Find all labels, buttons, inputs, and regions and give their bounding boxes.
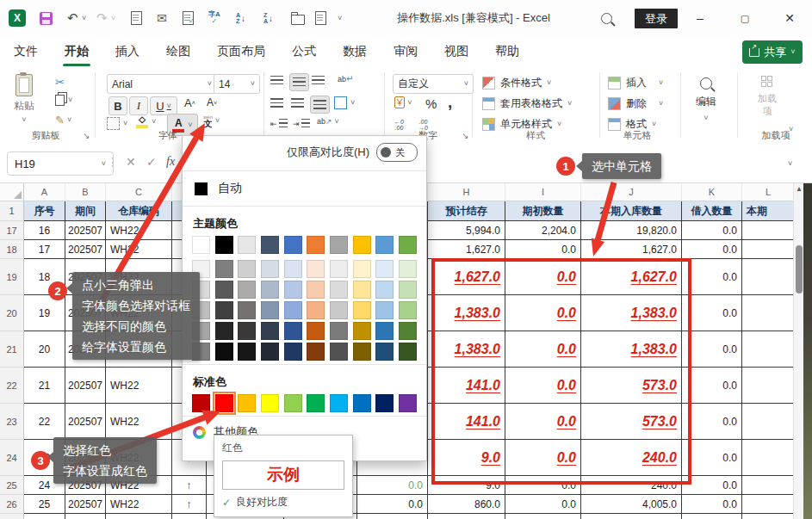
excel-logo-icon[interactable]: X xyxy=(9,9,26,27)
cell[interactable] xyxy=(742,495,795,514)
color-swatch[interactable] xyxy=(261,322,279,340)
header-cell[interactable]: 序号 xyxy=(24,201,65,221)
standard-color-swatch[interactable] xyxy=(238,394,256,412)
cell[interactable]: 25 xyxy=(24,495,65,514)
sort-ascending-icon[interactable]: AZ↓ xyxy=(236,9,250,27)
cell[interactable]: 202507 xyxy=(65,368,106,404)
theme-color-swatch[interactable] xyxy=(238,236,256,254)
cell[interactable]: 22 xyxy=(24,404,65,440)
row-header[interactable]: 17 xyxy=(0,221,24,240)
cell[interactable]: 16 xyxy=(24,221,65,240)
standard-color-swatch[interactable] xyxy=(307,394,325,412)
cell[interactable]: 1,325.0 xyxy=(581,514,682,519)
cell[interactable]: 202507 xyxy=(65,404,106,440)
underline-button[interactable]: U˅ xyxy=(150,96,177,115)
color-swatch[interactable] xyxy=(330,281,348,299)
cell[interactable]: 202507 xyxy=(65,221,106,240)
insert-cells-button[interactable]: 插入˅ xyxy=(608,76,663,90)
standard-color-swatch[interactable] xyxy=(353,394,371,412)
font-size-select[interactable]: 14˅ xyxy=(214,74,260,94)
share-button[interactable]: 共享 ˅ xyxy=(742,40,803,64)
cell[interactable]: 26 xyxy=(24,514,65,519)
color-swatch[interactable] xyxy=(330,322,348,340)
print-preview-icon[interactable] xyxy=(131,9,142,27)
cell[interactable]: 0.0 xyxy=(682,495,742,514)
decrease-font-button[interactable]: A˅ xyxy=(207,96,217,108)
cell[interactable] xyxy=(742,331,795,368)
standard-color-swatch[interactable] xyxy=(215,394,233,412)
header-cell[interactable]: 本期入库数量 xyxy=(581,201,682,221)
enter-icon[interactable]: ✓ xyxy=(146,155,157,169)
standard-color-swatch[interactable] xyxy=(330,394,348,412)
color-swatch[interactable] xyxy=(307,343,325,361)
cell[interactable]: 21 xyxy=(24,368,65,404)
standard-color-swatch[interactable] xyxy=(284,394,302,412)
quick-print-icon[interactable]: ✓ xyxy=(183,9,194,27)
increase-indent-button[interactable]: ⇥ xyxy=(293,119,310,128)
cancel-icon[interactable]: ✕ xyxy=(126,155,136,169)
color-swatch[interactable] xyxy=(375,301,394,319)
number-format-select[interactable]: 自定义˅ xyxy=(393,74,474,94)
color-swatch[interactable] xyxy=(284,301,302,319)
theme-color-swatch[interactable] xyxy=(192,236,210,254)
collapse-ribbon-chevron-icon[interactable]: ˅ xyxy=(789,126,793,133)
cell[interactable]: 202507 xyxy=(65,240,106,259)
italic-button[interactable]: I xyxy=(129,96,148,115)
cell[interactable] xyxy=(742,259,795,295)
cell[interactable]: WH22 xyxy=(106,495,172,514)
color-swatch[interactable] xyxy=(353,301,371,319)
color-swatch[interactable] xyxy=(399,322,417,340)
undo-chevron-icon[interactable]: ˅ xyxy=(82,9,86,27)
column-header-B[interactable]: B xyxy=(65,183,106,201)
cell[interactable] xyxy=(742,476,795,495)
row-header[interactable]: 26 xyxy=(0,495,24,514)
number-dialog-launcher-icon[interactable]: ↘ xyxy=(462,131,468,140)
tab-页面布局[interactable]: 页面布局 xyxy=(215,44,267,59)
tab-视图[interactable]: 视图 xyxy=(443,44,470,59)
merge-center-button[interactable]: ˅ xyxy=(334,96,355,109)
format-painter-icon[interactable]: ✎˅ xyxy=(55,114,71,127)
color-swatch[interactable] xyxy=(215,343,233,361)
color-swatch[interactable] xyxy=(399,301,417,319)
theme-color-swatch[interactable] xyxy=(330,236,348,254)
header-cell[interactable]: 仓库编码 xyxy=(106,201,172,221)
accounting-format-button[interactable]: ¥˅ xyxy=(394,96,412,108)
color-swatch[interactable] xyxy=(284,260,302,278)
middle-align-button[interactable] xyxy=(289,73,309,91)
column-header-L[interactable]: L xyxy=(742,183,795,201)
select-all-corner[interactable] xyxy=(0,183,24,201)
cell[interactable]: 202507 xyxy=(65,514,106,519)
color-swatch[interactable] xyxy=(284,343,302,361)
tab-审阅[interactable]: 审阅 xyxy=(392,44,419,59)
color-swatch[interactable] xyxy=(215,281,233,299)
cell[interactable]: 0.0 xyxy=(357,514,428,519)
save-icon[interactable] xyxy=(40,9,53,27)
standard-color-swatch[interactable] xyxy=(399,394,417,412)
cell[interactable]: WH22 xyxy=(106,240,172,259)
cell[interactable]: ↑ xyxy=(172,476,207,495)
minimize-button[interactable]: – xyxy=(687,7,713,29)
cell[interactable]: 1,627.0 xyxy=(428,240,505,259)
color-swatch[interactable] xyxy=(238,343,256,361)
theme-color-swatch[interactable] xyxy=(215,236,233,254)
cell[interactable]: 0.0 xyxy=(682,221,742,240)
column-header-J[interactable]: J xyxy=(581,183,682,201)
color-swatch[interactable] xyxy=(238,301,256,319)
row-header[interactable]: 23 xyxy=(0,404,24,440)
borders-button[interactable]: ˅ xyxy=(107,117,127,130)
cell[interactable]: 19 xyxy=(24,295,65,331)
theme-color-swatch[interactable] xyxy=(353,236,371,254)
comma-style-button[interactable]: , xyxy=(448,93,452,112)
cell[interactable]: 202507 xyxy=(65,495,106,514)
cell[interactable] xyxy=(742,440,795,476)
standard-color-swatch[interactable] xyxy=(375,394,394,412)
redo-icon[interactable]: ↷ xyxy=(96,9,108,27)
color-swatch[interactable] xyxy=(307,322,325,340)
row-header[interactable]: 1 xyxy=(0,201,24,221)
decrease-indent-button[interactable]: ⇤ xyxy=(270,119,288,128)
clipboard-dialog-launcher-icon[interactable]: ↘ xyxy=(83,131,90,140)
color-swatch[interactable] xyxy=(353,343,371,361)
row-header[interactable]: 22 xyxy=(0,368,24,404)
cell[interactable] xyxy=(742,514,795,519)
column-header-H[interactable]: H xyxy=(428,183,505,201)
